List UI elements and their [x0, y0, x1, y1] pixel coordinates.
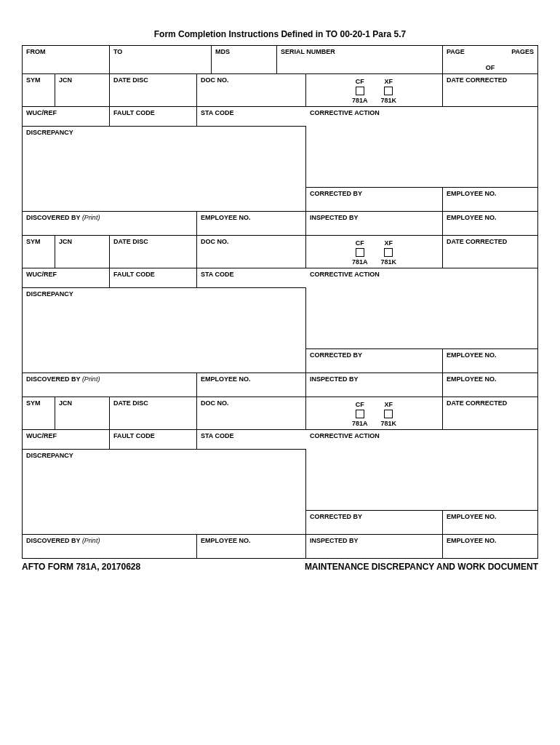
employee-no-label: EMPLOYEE NO.: [447, 190, 497, 197]
cf-column: CF 781A: [352, 78, 368, 104]
discovered-by-cell[interactable]: DISCOVERED BY (Print): [23, 212, 197, 235]
to-label: TO: [113, 48, 207, 55]
corrective-action-label: CORRECTIVE ACTION: [310, 109, 380, 116]
xf-sub-label: 781K: [381, 97, 397, 104]
jcn-cell[interactable]: JCN: [55, 74, 110, 106]
discrepancy-cell[interactable]: DISCREPANCY: [23, 450, 306, 534]
employee-no-cell-1[interactable]: EMPLOYEE NO.: [443, 188, 537, 211]
xf-checkbox[interactable]: [384, 410, 393, 418]
corrected-by-cell[interactable]: CORRECTED BY: [306, 511, 443, 534]
wuc-ref-label: WUC/REF: [26, 271, 57, 278]
cf-checkbox[interactable]: [356, 248, 364, 257]
cf-column: CF 781A: [352, 239, 368, 266]
wuc-ref-cell[interactable]: WUC/REF: [23, 430, 110, 449]
corrective-action-cell[interactable]: CORRECTIVE ACTION: [306, 107, 537, 187]
wuc-ref-cell[interactable]: WUC/REF: [23, 268, 110, 287]
xf-sub-label: 781K: [381, 258, 397, 266]
doc-no-label: DOC NO.: [201, 76, 229, 84]
discrepancy-cell[interactable]: DISCREPANCY: [23, 127, 306, 211]
date-corrected-cell[interactable]: DATE CORRECTED: [443, 397, 537, 429]
jcn-cell[interactable]: JCN: [55, 397, 110, 429]
employee-no-cell-3[interactable]: EMPLOYEE NO.: [443, 535, 537, 558]
employee-no-label-3: EMPLOYEE NO.: [447, 537, 497, 544]
employee-no-label-3: EMPLOYEE NO.: [447, 375, 497, 383]
from-cell[interactable]: FROM: [23, 46, 110, 73]
doc-no-cell[interactable]: DOC NO.: [197, 236, 306, 268]
wuc-ref-label: WUC/REF: [26, 432, 57, 439]
date-corrected-cell[interactable]: DATE CORRECTED: [443, 74, 537, 106]
corrected-by-label: CORRECTED BY: [310, 513, 362, 520]
sta-code-label: STA CODE: [201, 432, 234, 439]
discrepancy-cell[interactable]: DISCREPANCY: [23, 288, 306, 372]
sym-cell[interactable]: SYM: [23, 236, 55, 268]
date-disc-cell[interactable]: DATE DISC: [110, 236, 197, 268]
header-row: FROM TO MDS SERIAL NUMBER PAGE PAGES OF: [23, 46, 537, 74]
date-disc-cell[interactable]: DATE DISC: [110, 74, 197, 106]
to-cell[interactable]: TO: [110, 46, 212, 73]
form-container: FROM TO MDS SERIAL NUMBER PAGE PAGES OF …: [22, 45, 538, 559]
employee-no-cell-1[interactable]: EMPLOYEE NO.: [443, 349, 537, 372]
corrective-action-cell[interactable]: CORRECTIVE ACTION: [306, 430, 537, 510]
serial-cell[interactable]: SERIAL NUMBER: [277, 46, 443, 73]
pages-label: PAGES: [511, 48, 534, 55]
date-corrected-cell[interactable]: DATE CORRECTED: [443, 236, 537, 268]
fault-code-cell[interactable]: FAULT CODE: [110, 430, 197, 449]
discovered-by-cell[interactable]: DISCOVERED BY (Print): [23, 373, 197, 397]
discrepancy-label: DISCREPANCY: [26, 452, 73, 459]
discrepancy-label: DISCREPANCY: [26, 129, 73, 136]
mds-cell[interactable]: MDS: [212, 46, 277, 73]
fault-code-cell[interactable]: FAULT CODE: [110, 268, 197, 287]
entry-block-1: SYM JCN DATE DISC DOC NO. CF 781A XF 781…: [23, 74, 537, 236]
date-disc-label: DATE DISC: [113, 76, 148, 84]
sym-cell[interactable]: SYM: [23, 397, 55, 429]
discovered-by-cell[interactable]: DISCOVERED BY (Print): [23, 535, 197, 558]
employee-no-label-2: EMPLOYEE NO.: [201, 214, 251, 221]
wuc-ref-cell[interactable]: WUC/REF: [23, 107, 110, 126]
employee-no-cell-2[interactable]: EMPLOYEE NO.: [197, 373, 306, 397]
inspected-by-cell[interactable]: INSPECTED BY: [306, 535, 443, 558]
fault-code-label: FAULT CODE: [113, 432, 155, 439]
employee-no-cell-3[interactable]: EMPLOYEE NO.: [443, 373, 537, 397]
jcn-label: JCN: [59, 76, 72, 84]
cf-checkbox[interactable]: [356, 87, 364, 95]
inspected-by-cell[interactable]: INSPECTED BY: [306, 373, 443, 397]
date-disc-cell[interactable]: DATE DISC: [110, 397, 197, 429]
sta-code-cell[interactable]: STA CODE: [197, 430, 306, 449]
page-cell[interactable]: PAGE PAGES OF: [443, 46, 537, 73]
footer-left: AFTO FORM 781A, 20170628: [22, 562, 140, 572]
doc-no-cell[interactable]: DOC NO.: [197, 397, 306, 429]
xf-sub-label: 781K: [381, 420, 397, 427]
inspected-by-label: INSPECTED BY: [310, 375, 359, 383]
xf-checkbox[interactable]: [384, 248, 393, 257]
doc-no-cell[interactable]: DOC NO.: [197, 74, 306, 106]
corrected-by-cell[interactable]: CORRECTED BY: [306, 349, 443, 372]
jcn-label: JCN: [59, 238, 72, 245]
sym-cell[interactable]: SYM: [23, 74, 55, 106]
employee-no-label-2: EMPLOYEE NO.: [201, 537, 251, 544]
sym-label: SYM: [26, 399, 41, 407]
discrepancy-label: DISCREPANCY: [26, 290, 73, 298]
corrective-action-cell[interactable]: CORRECTIVE ACTION: [306, 268, 537, 348]
employee-no-cell-1[interactable]: EMPLOYEE NO.: [443, 511, 537, 534]
corrected-by-cell[interactable]: CORRECTED BY: [306, 188, 443, 211]
jcn-cell[interactable]: JCN: [55, 236, 110, 268]
cf-sub-label: 781A: [352, 97, 368, 104]
cf-label: CF: [352, 239, 368, 247]
jcn-label: JCN: [59, 399, 72, 407]
cf-label: CF: [352, 401, 368, 408]
inspected-by-cell[interactable]: INSPECTED BY: [306, 212, 443, 235]
fault-code-cell[interactable]: FAULT CODE: [110, 107, 197, 126]
entry-block-3: SYM JCN DATE DISC DOC NO. CF 781A XF 781…: [23, 397, 537, 558]
serial-label: SERIAL NUMBER: [281, 48, 439, 55]
wuc-ref-label: WUC/REF: [26, 109, 57, 116]
xf-checkbox[interactable]: [384, 87, 393, 95]
inspected-by-label: INSPECTED BY: [310, 537, 359, 544]
employee-no-cell-3[interactable]: EMPLOYEE NO.: [443, 212, 537, 235]
cf-checkbox[interactable]: [356, 410, 364, 418]
employee-no-cell-2[interactable]: EMPLOYEE NO.: [197, 212, 306, 235]
print-label: (Print): [82, 537, 100, 544]
sta-code-cell[interactable]: STA CODE: [197, 107, 306, 126]
employee-no-cell-2[interactable]: EMPLOYEE NO.: [197, 535, 306, 558]
sta-code-cell[interactable]: STA CODE: [197, 268, 306, 287]
doc-no-label: DOC NO.: [201, 238, 229, 245]
